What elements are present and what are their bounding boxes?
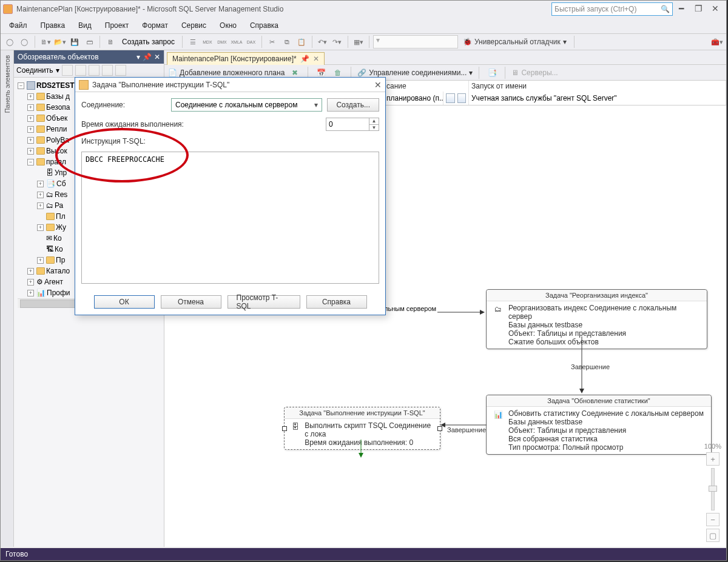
task-reorganize-index[interactable]: Задача "Реорганизация индекса" 🗂 Реорган… [486, 289, 707, 349]
zoom-out-button[interactable]: − [706, 513, 720, 526]
open-icon[interactable]: 📂▾ [53, 35, 67, 49]
expand-icon[interactable]: + [37, 192, 44, 198]
ok-button[interactable]: ОК [94, 295, 155, 309]
folder-icon [46, 224, 55, 231]
pin-icon[interactable]: 📌 [300, 55, 309, 63]
arrow-connector[interactable] [357, 440, 365, 459]
task-update-statistics[interactable]: Задача "Обновление статистики" 📊 Обновит… [486, 395, 712, 455]
help-button[interactable]: Справка [306, 295, 367, 309]
tab-maintenance-plan[interactable]: MaintenancePlan [Конструирование]* 📌 ✕ [167, 52, 325, 65]
expand-icon[interactable]: + [37, 224, 44, 231]
paste-icon[interactable]: 📋 [295, 35, 308, 49]
expand-icon[interactable]: + [37, 202, 44, 209]
expand-icon[interactable]: + [37, 181, 44, 187]
timeout-spinbox[interactable]: 0 ▲▼ [326, 118, 379, 131]
update-statistics-icon: 📊 [491, 409, 505, 452]
zoom-in-button[interactable]: + [706, 452, 720, 466]
menu-project[interactable]: Проект [101, 20, 133, 31]
collapse-icon[interactable]: − [27, 159, 34, 166]
expand-icon[interactable]: + [27, 148, 34, 155]
new-query-button[interactable]: Создать запрос [118, 38, 178, 46]
expand-icon[interactable]: + [27, 104, 34, 111]
spin-up-icon[interactable]: ▲ [369, 118, 379, 125]
arrow-connector[interactable] [437, 309, 486, 316]
tsql-textarea[interactable] [81, 152, 379, 284]
spin-down-icon[interactable]: ▼ [369, 125, 379, 131]
menu-help[interactable]: Справка [246, 20, 282, 31]
redo-icon[interactable]: ↷▾ [331, 35, 344, 49]
view-tsql-button[interactable]: Просмотр T-SQL [228, 295, 300, 309]
menu-window[interactable]: Окно [216, 20, 240, 31]
menu-file[interactable]: Файл [5, 20, 31, 31]
create-connection-button[interactable]: Создать... [327, 98, 379, 112]
expand-icon[interactable]: + [37, 257, 44, 264]
dropdown-icon[interactable]: ▾ [136, 53, 140, 61]
expand-icon[interactable]: + [27, 115, 34, 122]
xmla-icon[interactable]: XMLA [230, 35, 243, 49]
dtc-icon: 🏗 [46, 245, 53, 253]
menu-view[interactable]: Вид [75, 20, 95, 31]
quick-launch-input[interactable]: Быстрый запуск (Ctrl+Q) 🔍 [551, 2, 673, 16]
oe-toolbar-icon[interactable] [75, 65, 86, 76]
dialog-title-bar[interactable]: Задача "Выполнение инструкции T-SQL" ✕ [75, 78, 385, 92]
new-item-icon[interactable]: 🗎▾ [39, 35, 52, 49]
save-icon[interactable]: 💾 [68, 35, 81, 49]
cut-icon[interactable]: ✂ [266, 35, 279, 49]
dialog-close-button[interactable]: ✕ [374, 80, 382, 90]
toolbox-icon[interactable]: 🧰▾ [710, 35, 724, 49]
expand-icon[interactable]: + [27, 279, 34, 286]
oe-toolbar-icon[interactable] [62, 65, 73, 76]
connection-combo[interactable]: Соединение с локальным сервером [171, 98, 322, 112]
tab-label: MaintenancePlan [Конструирование]* [172, 55, 297, 63]
zoom-fit-button[interactable]: ▢ [706, 529, 720, 542]
cancel-button[interactable]: Отмена [161, 295, 221, 309]
save-all-icon[interactable]: 🗃 [83, 35, 96, 49]
menu-format[interactable]: Формат [138, 20, 172, 31]
nav-back-icon[interactable]: ◯ [3, 35, 16, 49]
dax-icon[interactable]: DAX [244, 35, 258, 49]
universal-debugger-button[interactable]: 🐞 Универсальный отладчик ▾ [459, 38, 570, 46]
expand-icon[interactable]: + [27, 137, 34, 144]
zoom-thumb[interactable] [709, 486, 717, 492]
copy-icon[interactable]: ⧉ [280, 35, 294, 49]
minimize-button[interactable]: ━ [673, 2, 690, 16]
dmx-icon[interactable]: DMX [215, 35, 229, 49]
mdx-icon[interactable]: MDX [201, 35, 214, 49]
pin-icon[interactable]: 📌 [143, 53, 152, 61]
toolbox-panel-collapsed[interactable]: Панель элементов [1, 50, 14, 547]
menu-service[interactable]: Сервис [178, 20, 210, 31]
schedule-icon[interactable] [446, 93, 455, 103]
policy-icon: 🗄 [46, 169, 53, 177]
manage-connections-button[interactable]: 🔗 Управление соединениями... ▾ [357, 69, 473, 77]
close-panel-icon[interactable]: ✕ [154, 53, 160, 61]
remove-schedule-icon[interactable] [457, 93, 467, 103]
debug-target-combo[interactable]: ▾ [373, 35, 458, 49]
close-button[interactable]: ✕ [707, 2, 724, 16]
props-icon[interactable]: ▦▾ [352, 35, 365, 49]
timeout-label: Время ожидания выполнения: [81, 120, 321, 129]
connect-button[interactable]: Соединить [16, 66, 53, 75]
reorganize-index-icon: 🗂 [491, 304, 505, 346]
nav-fwd-icon[interactable]: ◯ [18, 35, 31, 49]
add-subplan-button[interactable]: 📄 Добавление вложенного плана [168, 69, 285, 77]
expand-icon[interactable]: + [27, 290, 34, 296]
db-engine-icon[interactable]: ☰ [186, 35, 200, 49]
collapse-icon[interactable]: − [18, 82, 24, 89]
oe-toolbar-icon[interactable] [102, 65, 113, 76]
new-query-icon[interactable]: 🗎 [104, 35, 117, 49]
exteven-icon: 🗂 [46, 201, 53, 210]
folder-icon [36, 267, 45, 275]
expand-icon[interactable]: + [27, 126, 34, 133]
close-tab-icon[interactable]: ✕ [313, 55, 319, 63]
expand-icon[interactable]: + [27, 268, 34, 275]
oe-toolbar-icon[interactable] [89, 65, 99, 76]
schedule-icons-cell[interactable] [443, 92, 469, 105]
zoom-slider[interactable] [711, 468, 715, 510]
oe-toolbar-icon[interactable] [115, 65, 126, 76]
undo-icon[interactable]: ↶▾ [316, 35, 329, 49]
expand-icon[interactable]: + [27, 93, 34, 100]
reporting-icon[interactable]: 📑 [485, 66, 499, 79]
run-as-cell: Учетная запись службы "агент SQL Server" [469, 92, 726, 105]
restore-button[interactable]: ❐ [690, 2, 707, 16]
menu-edit[interactable]: Правка [37, 20, 69, 31]
